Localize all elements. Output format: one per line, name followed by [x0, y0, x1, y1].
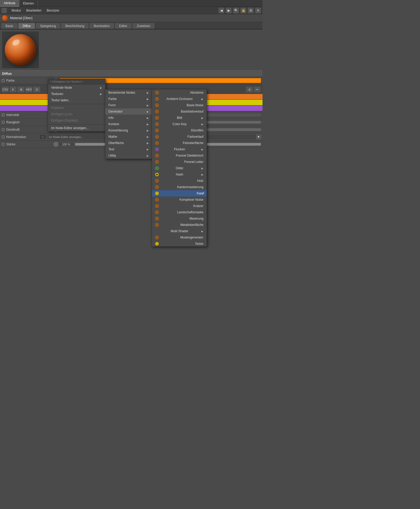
gen-farbverlauf[interactable]: Farbverlauf [152, 134, 207, 140]
prop-staerke-dots: . . . . . . . . [38, 141, 54, 147]
gen-no-dot-icon [155, 242, 159, 246]
lock-btn[interactable]: 🔒 [240, 8, 246, 13]
gen-fl-play-icon [155, 147, 159, 151]
gen-bild[interactable]: Bild ▶ [152, 115, 207, 121]
gen-abnahme[interactable]: Abnahme [152, 89, 207, 96]
close-btn[interactable]: ✕ [255, 8, 261, 13]
ctx-im-node-editor[interactable]: Im Node-Editor anzeigen... [48, 125, 105, 131]
nav-back-btn[interactable]: ◀ [218, 8, 224, 13]
gen-ao-play-icon [155, 97, 159, 101]
gen-kratzer[interactable]: Kratzer [152, 203, 207, 209]
gen-holz[interactable]: Holz [152, 178, 207, 184]
submenu-oberflaeche[interactable]: Oberfläche ▶ [105, 140, 152, 146]
submenu-generator[interactable]: Generator ▶ [105, 108, 152, 115]
tab-attribute[interactable]: Attribute [0, 0, 19, 7]
gen-noise[interactable]: Noise [152, 241, 207, 247]
gen-kn-play-icon [155, 198, 159, 202]
submenu-info-label: Info [108, 116, 114, 120]
subtab-beschichtung[interactable]: Beschichtung [61, 23, 89, 29]
ctx-texturen[interactable]: Texturen ▶ [48, 91, 105, 97]
gen-karo[interactable]: Karo ↗ [152, 190, 207, 197]
title-bar: Material [Über] [0, 14, 262, 22]
gen-ao-label: Ambient Occlusion [166, 97, 193, 101]
gen-komplexer-noise[interactable]: Komplexer Noise [152, 197, 207, 203]
subtab-zuweisen[interactable]: Zuweisen [132, 23, 155, 29]
prop-rauigkeit-dot[interactable] [2, 121, 5, 124]
gen-kr-label: Kratzer [193, 204, 203, 208]
nav-forward-btn[interactable]: ▶ [226, 8, 232, 13]
prop-staerke-circle[interactable] [54, 142, 58, 147]
gen-hash[interactable]: Hash ▶ [152, 171, 207, 178]
gen-km-play-icon [155, 185, 159, 189]
submenu-info[interactable]: Info ▶ [105, 115, 152, 121]
menu-benutzer[interactable]: Benutzer [44, 8, 62, 13]
prop-staerke-value[interactable]: 100 % [58, 142, 74, 146]
gen-fresnel-di[interactable]: Fresnel Dielektrisch [152, 152, 207, 159]
submenu-form[interactable]: Form ▶ [105, 102, 152, 108]
submenu-bestehende-nodes[interactable]: Bestehende Nodes ▶ [105, 89, 152, 96]
ctx-verbinde-arrow: ▶ [100, 86, 102, 89]
tb-k-btn[interactable]: K [9, 86, 17, 93]
subtab-basis[interactable]: Basis [1, 23, 18, 29]
sub-tabs: Basis Diffus Spiegelung Beschichtung Ill… [0, 22, 262, 29]
tb-hex-btn[interactable]: HEX [25, 86, 33, 93]
search-btn[interactable]: 🔍 [233, 8, 239, 13]
tb-box-btn[interactable]: ⊡ [33, 86, 40, 93]
prop-normalmodus-dot[interactable] [2, 135, 5, 139]
menu-modus[interactable]: Modus [9, 8, 24, 13]
settings-btn[interactable]: ⚙ [248, 8, 254, 13]
gen-gitter[interactable]: Gitter ▶ [152, 165, 207, 171]
prop-farbe-dot[interactable] [2, 79, 5, 82]
tb-diag-btn[interactable]: ⊘ [246, 86, 253, 93]
submenu-mathe[interactable]: Mathe ▶ [105, 134, 152, 140]
ctx-einfuegen-link[interactable]: Einfügen (Link) [48, 111, 105, 117]
gen-maserung[interactable]: Maserung [152, 215, 207, 222]
submenu-utility[interactable]: Utility ▶ [105, 152, 152, 159]
gen-mg-play-icon [155, 236, 159, 239]
gen-metalloberflaeche[interactable]: Metalloberfläche [152, 222, 207, 228]
subtab-diffus[interactable]: Diffus [18, 23, 35, 29]
prop-intensitaet-dot[interactable] [2, 113, 5, 116]
prop-normalmodus-dropdown[interactable]: ▼ [256, 135, 261, 139]
submenu-farbe[interactable]: Farbe ▶ [105, 96, 152, 102]
subtab-illumination[interactable]: Illumination [89, 23, 114, 29]
prop-normalmodus-value: Im Node-Editor anzeigen... [49, 135, 83, 139]
gen-felsoberflaeche[interactable]: Felsoberfläche [152, 140, 207, 146]
gen-bild-play-icon [155, 116, 159, 120]
gen-color-key[interactable]: Color-Key ▶ [152, 121, 207, 127]
gen-multi-shader[interactable]: Multi Shader ▶ [152, 228, 207, 234]
submenu-konvertierung[interactable]: Konvertierung ▶ [105, 127, 152, 134]
gen-basisfarbverlauf[interactable]: Basisfarbverlauf [152, 108, 207, 115]
gen-fresnel-leiter[interactable]: Fresnel Leiter [152, 159, 207, 165]
ctx-verbinde-node[interactable]: Verbinde Node ▶ [48, 84, 105, 91]
gen-fle-play-icon [155, 160, 159, 164]
tab-ebenen[interactable]: Ebenen [19, 0, 38, 7]
gen-basis-noise[interactable]: Basis-Noise [152, 102, 207, 108]
gen-landschaftsmaske[interactable]: Landschaftsmaske [152, 209, 207, 215]
ctx-einfuegen-duplikat[interactable]: Einfügen (Duplikat) [48, 117, 105, 124]
ctx-textur-laden[interactable]: Textur laden.. [48, 97, 105, 103]
submenu-kontext[interactable]: Kontext ▶ [105, 121, 152, 127]
prop-normalmodus-checkbox[interactable]: □ [39, 135, 46, 139]
prop-farbe-label: Farbe [6, 79, 38, 82]
ctx-kopieren[interactable]: Kopieren [48, 105, 105, 111]
submenu-form-label: Form [108, 103, 116, 107]
tb-csv-btn[interactable]: CSV [2, 86, 9, 93]
menu-bearbeiten[interactable]: Bearbeiten [24, 8, 44, 13]
gen-kantenmask[interactable]: Kantenmaskierung [152, 184, 207, 190]
gen-mustergenerator[interactable]: Mustergenerator [152, 234, 207, 241]
gen-mo-label: Metalloberfläche [180, 223, 203, 227]
prop-staerke-dot[interactable] [2, 143, 5, 146]
cursor-indicator: ↗ [201, 191, 204, 195]
gen-ho-icon [155, 179, 159, 183]
subtab-editor[interactable]: Editor [115, 23, 132, 29]
tb-pen-btn[interactable]: ✏ [254, 86, 261, 93]
prop-deckkraft-dot[interactable] [2, 128, 5, 131]
tb-grid-btn[interactable]: ⊞ [17, 86, 25, 93]
submenu-text[interactable]: Text ▶ [105, 146, 152, 152]
gen-ck-play-icon [155, 122, 159, 126]
gen-flocken[interactable]: Flocken ▶ [152, 146, 207, 152]
subtab-spiegelung[interactable]: Spiegelung [36, 23, 60, 29]
gen-ambient-occlusion[interactable]: Ambient Occlusion ▶ [152, 96, 207, 102]
gen-duennfilm[interactable]: Dünnfilm [152, 127, 207, 134]
